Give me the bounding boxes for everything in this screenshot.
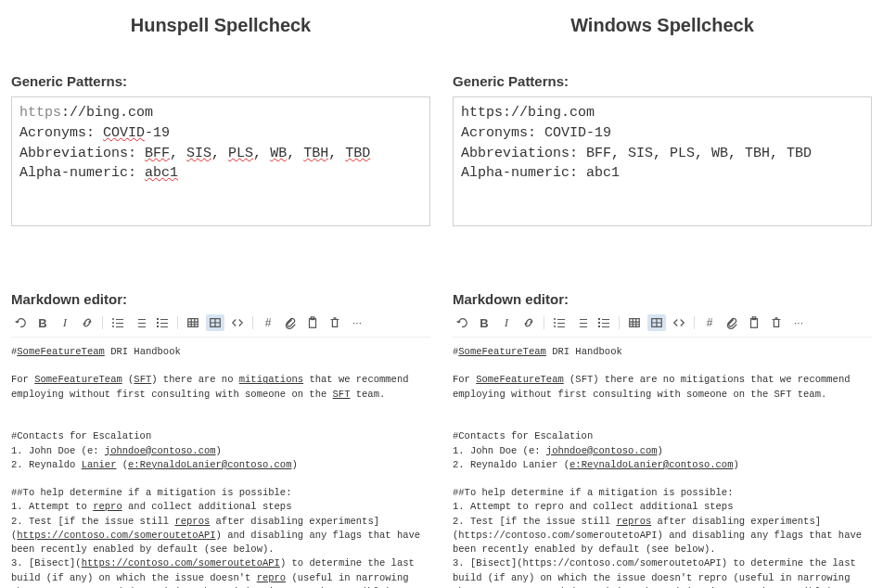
bullet-list-icon[interactable] (550, 314, 569, 331)
toolbar-separator (177, 316, 178, 329)
md-toolbar: B I # ··· (453, 311, 872, 338)
clipboard-icon[interactable] (303, 314, 322, 331)
bold-button[interactable]: B (33, 314, 52, 331)
table-icon[interactable] (625, 314, 644, 331)
svg-rect-4 (630, 319, 640, 327)
abbrev-wb: WB (270, 146, 287, 161)
generic-patterns-label: Generic Patterns: (11, 73, 430, 89)
acronyms-prefix: Acronyms: (19, 125, 103, 141)
hunspell-patterns-textbox[interactable]: https://bing.com Acronyms: COVID-19 Abbr… (11, 96, 430, 226)
abbrev-tbh: TBH (303, 146, 328, 161)
abbrev-sis: SIS (186, 146, 211, 161)
covid-term: COVID (103, 125, 145, 141)
clipboard-icon[interactable] (745, 314, 763, 331)
covid-suffix: -19 (145, 125, 170, 141)
abbrev-tbd: TBD (345, 146, 370, 161)
code-icon[interactable] (228, 314, 247, 331)
gp-line: https://bing.com (461, 105, 595, 121)
more-icon[interactable]: ··· (789, 314, 808, 331)
grid-icon[interactable] (647, 314, 666, 331)
undo-icon[interactable] (11, 314, 30, 331)
hash-icon[interactable]: # (259, 314, 277, 331)
abbrev-prefix: Abbreviations: (19, 146, 145, 161)
sft-term: SomeFeatureTeam (17, 346, 105, 357)
hunspell-column: Hunspell Spellcheck Generic Patterns: ht… (11, 9, 430, 588)
code-icon[interactable] (670, 314, 688, 331)
toolbar-separator (544, 316, 544, 329)
svg-rect-0 (188, 319, 198, 327)
hunspell-md-body[interactable]: #SomeFeatureTeam DRI Handbook For SomeFe… (11, 345, 430, 588)
url-protocol: https (19, 105, 61, 121)
attach-icon[interactable] (281, 314, 300, 331)
more-icon[interactable]: ··· (348, 314, 366, 331)
toolbar-separator (102, 316, 103, 329)
email-link[interactable]: johndoe@contoso.com (105, 445, 216, 456)
url-link[interactable]: https://contoso.com/someroutetoAPI (82, 557, 280, 569)
toolbar-separator (252, 316, 253, 329)
gp-line: Abbreviations: BFF, SIS, PLS, WB, TBH, T… (461, 146, 812, 161)
abbrev-pls: PLS (228, 146, 253, 161)
markdown-label: Markdown editor: (453, 291, 872, 307)
hunspell-title: Hunspell Spellcheck (11, 15, 430, 36)
grid-icon[interactable] (206, 314, 224, 331)
trash-icon[interactable] (326, 314, 344, 331)
toolbar-separator (619, 316, 620, 329)
checklist-icon[interactable] (153, 314, 172, 331)
trash-icon[interactable] (767, 314, 786, 331)
number-list-icon[interactable] (572, 314, 591, 331)
table-icon[interactable] (184, 314, 202, 331)
gp-line: Alpha-numeric: abc1 (461, 165, 620, 181)
hash-icon[interactable]: # (700, 314, 719, 331)
markdown-label: Markdown editor: (11, 291, 430, 307)
attach-icon[interactable] (723, 314, 741, 331)
email-link[interactable]: e:ReynaldoLanier@contoso.com (569, 459, 733, 470)
checklist-icon[interactable] (595, 314, 613, 331)
sft-term: SomeFeatureTeam (458, 346, 546, 357)
windows-column: Windows Spellcheck Generic Patterns: htt… (453, 9, 872, 588)
windows-title: Windows Spellcheck (453, 15, 872, 36)
undo-icon[interactable] (453, 314, 471, 331)
generic-patterns-label: Generic Patterns: (453, 73, 872, 89)
bullet-list-icon[interactable] (109, 314, 127, 331)
comparison-page: Hunspell Spellcheck Generic Patterns: ht… (11, 9, 872, 588)
link-icon[interactable] (519, 314, 538, 331)
url-rest: ://bing.com (61, 105, 153, 121)
italic-button[interactable]: I (56, 314, 74, 331)
alpha-prefix: Alpha-numeric: (19, 165, 145, 181)
italic-button[interactable]: I (497, 314, 516, 331)
toolbar-separator (694, 316, 695, 329)
url-link[interactable]: https://contoso.com/someroutetoAPI (17, 530, 215, 541)
email-link[interactable]: e:ReynaldoLanier@contoso.com (128, 459, 291, 470)
alpha-term: abc1 (145, 165, 178, 181)
md-toolbar: B I # ··· (11, 311, 430, 338)
abbrev-bff: BFF (145, 146, 170, 161)
windows-patterns-textbox[interactable]: https://bing.com Acronyms: COVID-19 Abbr… (453, 96, 872, 226)
email-link[interactable]: johndoe@contoso.com (546, 445, 658, 456)
link-icon[interactable] (78, 314, 96, 331)
bold-button[interactable]: B (475, 314, 493, 331)
windows-md-body[interactable]: #SomeFeatureTeam DRI Handbook For SomeFe… (453, 345, 872, 588)
gp-line: Acronyms: COVID-19 (461, 125, 611, 141)
number-list-icon[interactable] (131, 314, 149, 331)
